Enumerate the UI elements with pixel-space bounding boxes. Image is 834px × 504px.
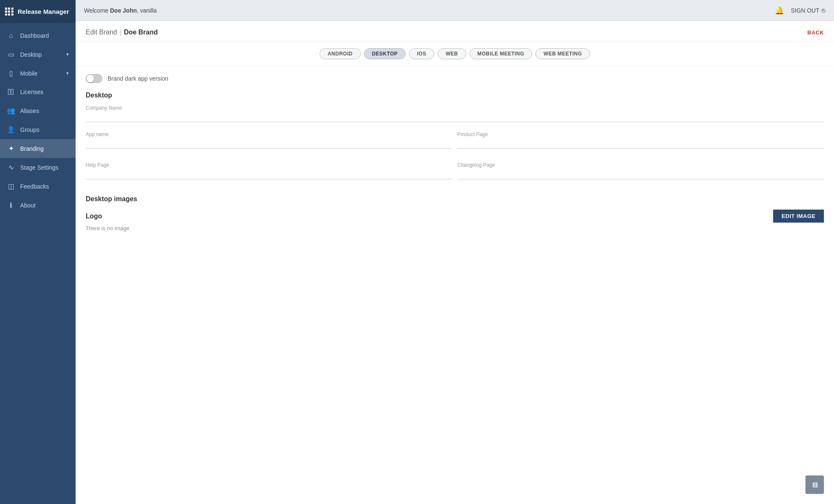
sidebar-item-dashboard[interactable]: ⌂ Dashboard — [0, 26, 76, 45]
edit-image-button[interactable]: EDIT IMAGE — [773, 210, 824, 223]
page-header: Edit Brand | Doe Brand BACK — [76, 21, 834, 42]
sidebar-item-licenses[interactable]: ⚿ Licenses — [0, 83, 76, 101]
fab-button[interactable]: ⊟ — [805, 475, 824, 494]
app-name-label: App name — [86, 131, 452, 137]
desktop-section-title: Desktop — [76, 87, 834, 102]
sidebar-item-about[interactable]: ℹ About — [0, 196, 76, 215]
sign-out-icon: ⎋ — [821, 7, 826, 14]
sidebar-item-label: Dashboard — [20, 32, 69, 39]
tab-ios[interactable]: IOS — [409, 48, 434, 59]
product-page-col: Product Page — [457, 129, 824, 156]
help-page-col: Help Page — [86, 160, 457, 187]
sidebar-item-label: Stage Settings — [20, 164, 69, 171]
breadcrumb-edit-brand: Edit Brand — [86, 29, 117, 36]
toggle-row: Brand dark app version — [76, 66, 834, 87]
sidebar-item-label: Desktop — [20, 51, 61, 58]
sidebar-item-label: Feedbacks — [20, 183, 69, 190]
groups-icon: 👤 — [7, 126, 15, 134]
logo-row: Logo EDIT IMAGE — [86, 210, 824, 223]
sidebar-header: Release Manager — [0, 0, 76, 23]
desktop-images-section: Desktop images Logo EDIT IMAGE There is … — [76, 189, 834, 238]
sidebar-item-groups[interactable]: 👤 Groups — [0, 120, 76, 139]
fab-icon: ⊟ — [812, 481, 818, 489]
chevron-down-icon: ▾ — [66, 71, 69, 76]
sidebar-item-aliases[interactable]: 👥 Aliases — [0, 101, 76, 120]
sidebar-item-label: Branding — [20, 145, 69, 152]
sidebar-item-feedbacks[interactable]: ◫ Feedbacks — [0, 177, 76, 196]
mobile-icon: ▯ — [7, 69, 15, 77]
product-page-input[interactable] — [457, 138, 824, 147]
breadcrumb-brand-name: Doe Brand — [124, 29, 158, 36]
changelog-page-label: Changelog Page — [457, 162, 824, 168]
company-name-label: Company Name — [86, 105, 824, 111]
aliases-icon: 👥 — [7, 107, 15, 115]
product-page-label: Product Page — [457, 131, 824, 137]
content-area: Edit Brand | Doe Brand BACK ANDROID DESK… — [76, 21, 834, 504]
chevron-down-icon: ▾ — [66, 52, 69, 57]
desktop-icon: ▭ — [7, 50, 15, 58]
tab-android[interactable]: ANDROID — [320, 48, 361, 59]
sidebar-item-branding[interactable]: ✦ Branding — [0, 139, 76, 158]
welcome-message: Welcome Doe John, vanilla — [84, 7, 157, 14]
feedback-icon: ◫ — [7, 182, 15, 190]
tabs-row: ANDROID DESKTOP IOS WEB MOBILE MEETING W… — [76, 42, 834, 66]
changelog-page-col: Changelog Page — [457, 160, 824, 187]
tab-mobile-meeting[interactable]: MOBILE MEETING — [469, 48, 532, 59]
branding-icon: ✦ — [7, 144, 15, 152]
user-name: Doe John — [110, 7, 137, 14]
sidebar-item-desktop[interactable]: ▭ Desktop ▾ — [0, 45, 76, 64]
tab-desktop[interactable]: DESKTOP — [364, 48, 406, 59]
sign-out-label: SIGN OUT — [791, 7, 819, 14]
sidebar-item-label: Groups — [20, 126, 69, 133]
app-name-col: App name — [86, 129, 457, 156]
company-name-field: Company Name — [76, 102, 834, 122]
sidebar-item-label: About — [20, 202, 69, 209]
key-icon: ⚿ — [7, 88, 15, 96]
no-image-text: There is no image — [86, 225, 824, 231]
topbar-right: 🔔 SIGN OUT ⎋ — [775, 6, 826, 15]
sign-out-button[interactable]: SIGN OUT ⎋ — [791, 7, 826, 14]
changelog-page-input[interactable] — [457, 169, 824, 177]
sidebar: Release Manager ⌂ Dashboard ▭ Desktop ▾ … — [0, 0, 76, 504]
tab-web[interactable]: WEB — [438, 48, 466, 59]
sidebar-nav: ⌂ Dashboard ▭ Desktop ▾ ▯ Mobile ▾ ⚿ Lic… — [0, 23, 76, 504]
dark-app-version-toggle[interactable] — [86, 74, 102, 83]
welcome-prefix: Welcome — [84, 7, 110, 14]
sidebar-item-stage-settings[interactable]: ∿ Stage Settings — [0, 158, 76, 177]
logo-label: Logo — [86, 213, 102, 220]
app-name-input[interactable] — [86, 138, 452, 147]
chart-icon: ∿ — [7, 163, 15, 171]
sidebar-item-label: Licenses — [20, 89, 69, 95]
sidebar-title: Release Manager — [18, 8, 69, 15]
back-button[interactable]: BACK — [807, 29, 824, 36]
sidebar-item-label: Aliases — [20, 108, 69, 114]
user-suffix: , vanilla — [137, 7, 157, 14]
home-icon: ⌂ — [7, 32, 15, 39]
topbar: Welcome Doe John, vanilla 🔔 SIGN OUT ⎋ — [76, 0, 834, 21]
dark-app-version-label: Brand dark app version — [108, 75, 168, 82]
help-page-label: Help Page — [86, 162, 452, 168]
main-wrapper: Welcome Doe John, vanilla 🔔 SIGN OUT ⎋ E… — [76, 0, 834, 504]
sidebar-item-label: Mobile — [20, 70, 61, 77]
bell-icon[interactable]: 🔔 — [775, 6, 784, 15]
form-row-app-product: App name Product Page — [76, 127, 834, 158]
breadcrumb-separator: | — [120, 29, 121, 36]
form-row-help-changelog: Help Page Changelog Page — [76, 158, 834, 189]
company-name-input[interactable] — [86, 112, 824, 120]
app-grid-icon — [5, 8, 13, 16]
help-page-input[interactable] — [86, 169, 452, 177]
breadcrumb: Edit Brand | Doe Brand — [86, 29, 158, 36]
images-section-title: Desktop images — [86, 195, 824, 203]
tab-web-meeting[interactable]: WEB MEETING — [535, 48, 590, 59]
info-icon: ℹ — [7, 201, 15, 209]
sidebar-item-mobile[interactable]: ▯ Mobile ▾ — [0, 64, 76, 83]
